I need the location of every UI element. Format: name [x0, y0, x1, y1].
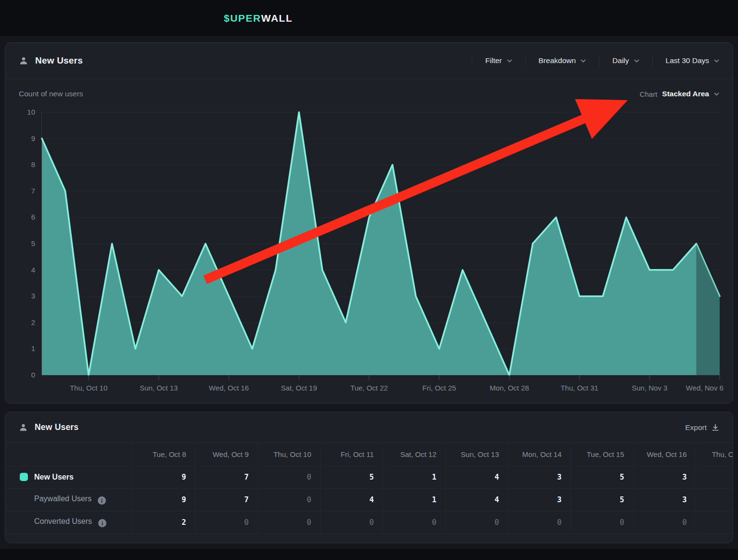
column-header-blank	[5, 443, 132, 466]
control-label: Filter	[485, 56, 502, 65]
column-header: Wed, Oct 9	[195, 443, 258, 466]
chart-title-group: New Users	[19, 55, 83, 66]
table-cell: 0	[195, 511, 258, 534]
y-axis-label: 7	[31, 187, 35, 195]
table-cell: 7	[195, 488, 258, 511]
table-cell: 9	[132, 466, 195, 488]
logo-accent: $UPER	[224, 13, 261, 24]
control-filter[interactable]: Filter	[472, 54, 512, 67]
column-header: Sat, Oct 12	[383, 443, 445, 466]
y-axis-label: 10	[27, 108, 35, 116]
table-cell	[696, 466, 733, 488]
table-cell: 1	[383, 466, 445, 488]
partial-period-overlay	[696, 244, 720, 375]
column-header: Mon, Oct 14	[508, 443, 570, 466]
x-axis-label: Wed, Oct 16	[209, 384, 249, 392]
table-cell: 0	[258, 511, 320, 534]
table-row: Converted Usersi200000000	[5, 511, 733, 534]
row-label-text: Converted Users	[34, 517, 92, 525]
info-icon[interactable]: i	[98, 519, 106, 527]
table-cell: 4	[320, 488, 383, 511]
table-cell: 0	[633, 511, 696, 534]
column-header: Tue, Oct 8	[132, 443, 195, 466]
column-header: Thu, Oct 10	[258, 443, 320, 466]
table-cell: 0	[570, 511, 633, 534]
table-cell: 0	[258, 466, 320, 488]
y-axis-label: 6	[31, 213, 35, 221]
chevron-down-icon	[714, 92, 719, 96]
x-axis-label: Mon, Oct 28	[490, 384, 529, 392]
control-label: Last 30 Days	[666, 56, 709, 65]
table-header-row: Tue, Oct 8Wed, Oct 9Thu, Oct 10Fri, Oct …	[5, 443, 733, 466]
column-header: Sun, Oct 13	[445, 443, 508, 466]
chart-type-value: Stacked Area	[662, 90, 709, 98]
y-axis-label: 5	[31, 239, 35, 247]
y-axis-label: 4	[31, 266, 35, 274]
user-icon	[19, 56, 28, 65]
y-axis-label: 3	[31, 292, 35, 300]
column-header: Tue, Oct 15	[570, 443, 633, 466]
table-cell: 3	[633, 466, 696, 488]
table-cell: 5	[570, 466, 633, 488]
column-header: Wed, Oct 16	[633, 443, 696, 466]
y-axis-label: 2	[31, 318, 35, 326]
table-cell: 7	[195, 466, 258, 488]
chart-card-title: New Users	[35, 55, 83, 66]
x-axis-label: Tue, Oct 22	[350, 384, 388, 392]
chevron-down-icon	[507, 59, 512, 63]
table-card-header: New Users Export	[5, 412, 733, 443]
column-header: Fri, Oct 11	[320, 443, 383, 466]
info-icon[interactable]: i	[98, 496, 106, 505]
y-axis-label: 9	[31, 134, 35, 143]
export-button[interactable]: Export	[685, 423, 719, 432]
control-breakdown[interactable]: Breakdown	[525, 54, 586, 67]
new-users-table: Tue, Oct 8Wed, Oct 9Thu, Oct 10Fri, Oct …	[5, 443, 733, 534]
table-cell: 4	[445, 466, 508, 488]
topbar: $UPERWALL	[0, 0, 738, 36]
x-axis-label: Fri, Oct 25	[422, 384, 456, 392]
series-swatch	[20, 473, 28, 481]
table-cell: 1	[383, 488, 445, 511]
chevron-down-icon	[581, 59, 586, 63]
table-cell: 3	[508, 466, 570, 488]
chart-controls: FilterBreakdownDailyLast 30 Days	[459, 54, 719, 67]
table-row: Paywalled Usersi970414353	[5, 488, 733, 511]
chart-card-header: New Users FilterBreakdownDailyLast 30 Da…	[5, 43, 733, 79]
x-axis-label: Thu, Oct 10	[70, 384, 107, 392]
y-axis-label: 8	[31, 160, 35, 169]
chevron-down-icon	[714, 59, 719, 63]
control-daily[interactable]: Daily	[599, 54, 639, 67]
app-logo[interactable]: $UPERWALL	[224, 0, 293, 36]
control-label: Breakdown	[539, 56, 576, 65]
table-cell: 4	[445, 488, 508, 511]
y-axis-label: 1	[31, 344, 35, 352]
table-cell: 2	[132, 511, 195, 534]
table-row: New Users970514353	[5, 466, 733, 488]
table-cell: 0	[445, 511, 508, 534]
control-label: Daily	[612, 56, 629, 65]
user-icon	[19, 423, 28, 432]
row-label: Converted Usersi	[5, 511, 132, 534]
table-cell: 0	[258, 488, 320, 511]
table-cell: 9	[132, 488, 195, 511]
data-table-wrap: Tue, Oct 8Wed, Oct 9Thu, Oct 10Fri, Oct …	[5, 443, 733, 534]
table-cell	[696, 511, 733, 534]
table-cell: 0	[320, 511, 383, 534]
chart-card: 012345678910Thu, Oct 10Sun, Oct 13Wed, O…	[5, 42, 733, 404]
table-cell: 5	[320, 466, 383, 488]
logo-rest: WALL	[261, 13, 293, 24]
table-card-title: New Users	[35, 422, 78, 432]
chart-type-selector[interactable]: Chart Stacked Area	[640, 90, 719, 98]
bottom-strip	[0, 549, 738, 560]
control-last-30-days[interactable]: Last 30 Days	[652, 54, 719, 67]
column-header: Thu, Oct 17	[696, 443, 733, 466]
export-label: Export	[685, 423, 707, 432]
chart-subtitle: Count of new users	[19, 90, 83, 98]
row-label-text: New Users	[34, 473, 74, 481]
table-cell: 0	[383, 511, 445, 534]
download-icon	[712, 424, 719, 431]
chart-type-label: Chart	[640, 90, 658, 98]
x-axis-label: Sat, Oct 19	[281, 384, 317, 392]
table-cell: 3	[633, 488, 696, 511]
x-axis-label: Wed, Nov 6	[686, 384, 724, 392]
